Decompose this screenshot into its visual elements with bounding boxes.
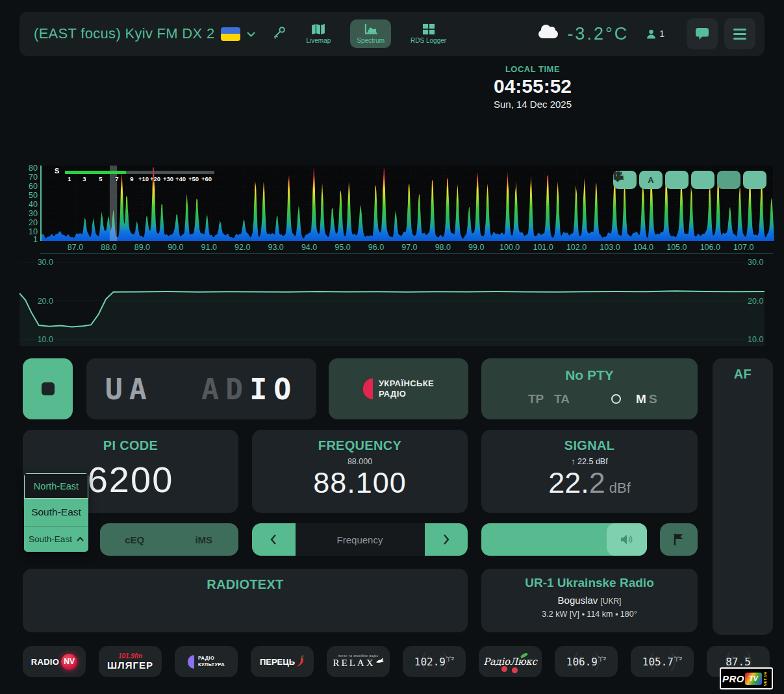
station-logo-ukrainske-radio: УКРАЇНСЬКЕ РАДІО: [329, 358, 468, 419]
station-details: 3.2 kW [V] ▪ 114 km ▪ 180°: [481, 610, 698, 619]
signal-y-tick: 10.0: [30, 335, 53, 344]
nav-spectrum[interactable]: Spectrum: [350, 19, 391, 48]
tune-up-button[interactable]: [425, 523, 468, 556]
ps-char-segment: [153, 372, 201, 406]
temperature: -3.2°C: [567, 24, 629, 44]
autoscale-button[interactable]: A: [639, 171, 663, 189]
ceq-toggle[interactable]: cEQ: [100, 523, 170, 556]
antenna-option-south-east[interactable]: South-East: [24, 499, 88, 526]
spectrum-widget: 80706050403020101 S: [19, 161, 773, 254]
af-list-panel: AF: [713, 358, 773, 635]
station-name: UR-1 Ukrainske Radio: [481, 576, 698, 590]
ps-char-segment: IO: [249, 372, 297, 406]
report-flag-button[interactable]: [660, 523, 698, 556]
frequency-input[interactable]: [296, 523, 425, 556]
spectrum-chart-icon: [364, 23, 378, 35]
y-tick: 1: [19, 235, 38, 244]
station-logo-105.7-mhz[interactable]: 105.7ʺ|ʺ2: [631, 646, 694, 677]
station-logo-radio-lux[interactable]: РадіоЛюкс: [479, 646, 542, 677]
signal-panel: SIGNAL ↑ 22.5 dBf 22.2dBf: [481, 430, 698, 513]
pause-button[interactable]: [717, 171, 740, 189]
signal-y-tick: 30.0: [30, 258, 53, 267]
frequency-logo-text: 102.9: [414, 656, 446, 668]
x-tick: 100.0: [496, 243, 524, 252]
nav-rds-logger[interactable]: RDS Logger: [405, 19, 451, 48]
chevron-down-icon[interactable]: [247, 28, 255, 40]
local-clock: LOCAL TIME 04:55:52 Sun, 14 Dec 2025: [448, 64, 617, 110]
speaker-icon: [620, 534, 634, 545]
clock-label: LOCAL TIME: [448, 64, 617, 74]
frequency-panel: FREQUENCY 88.000 88.100: [252, 430, 468, 513]
stop-icon: [42, 382, 55, 395]
station-logo-radio-relax[interactable]: легке та спокійне радіоRELAX: [327, 646, 390, 677]
station-logo-bar: RADIONV101.9fmШЛЯГЕРРАДІОКУЛЬТУРАПЕРЕЦЬл…: [23, 646, 770, 677]
flag-icon: [673, 533, 685, 546]
x-tick: 91.0: [195, 243, 223, 252]
spectrum-toolbar: A: [613, 171, 766, 189]
y-tick: 50: [19, 191, 38, 200]
volume-slider-thumb[interactable]: [607, 523, 647, 556]
x-tick: 87.0: [61, 243, 90, 252]
signal-y-tick: 10.0: [748, 335, 771, 344]
chevron-right-icon: [443, 534, 449, 545]
user-icon: [646, 29, 657, 40]
menu-button[interactable]: [724, 18, 755, 49]
leaf-icon: [520, 652, 528, 659]
frequency-logo-text: 106.9: [566, 656, 598, 668]
x-tick: 107.0: [729, 243, 758, 252]
tuned-frequency-band: [110, 166, 117, 241]
tv-logo-icon: TV: [745, 673, 762, 685]
station-logo-102.9-mhz[interactable]: 102.9ʺ|ʺ2: [403, 646, 466, 677]
ms-music-flag: M: [636, 392, 646, 406]
kultura-mark: [188, 655, 194, 669]
map-icon: [311, 23, 325, 35]
antenna-select: North-East South-East South-East: [24, 473, 88, 552]
x-tick: 105.0: [663, 243, 691, 252]
x-tick: 106.0: [696, 243, 724, 252]
ukraine-flag-icon: [221, 27, 240, 41]
hamburger-icon: [733, 29, 746, 40]
volume-slider[interactable]: [481, 523, 647, 556]
signal-history-graph: 30.030.020.020.010.010.0: [19, 258, 765, 346]
signal-peak: ↑ 22.5 dBf: [481, 457, 698, 466]
station-location: Boguslav [UKR]: [481, 595, 698, 606]
refresh-button[interactable]: [743, 171, 766, 189]
key-icon[interactable]: [272, 25, 286, 42]
eq-ims-toggle-group: cEQ iMS: [100, 523, 238, 556]
ukrainske-radio-mark: [363, 378, 373, 399]
station-logo-shlyager-101.9[interactable]: 101.9fmШЛЯГЕР: [99, 646, 162, 677]
frequency-logo-text: 87.5: [726, 656, 751, 668]
y-tick: 70: [19, 173, 38, 182]
chat-bubble-icon: [695, 27, 709, 40]
y-tick: 40: [19, 200, 38, 209]
station-logo-106.9-mhz[interactable]: 106.9ʺ|ʺ2: [555, 646, 618, 677]
tune-down-button[interactable]: [252, 523, 296, 556]
antenna-selected[interactable]: South-East: [24, 526, 88, 552]
x-tick: 95.0: [328, 243, 357, 252]
chevron-up-icon: [77, 537, 84, 541]
station-logo-perets-fm[interactable]: ПЕРЕЦЬ: [251, 646, 314, 677]
x-tick: 92.0: [228, 243, 257, 252]
x-tick: 98.0: [429, 243, 457, 252]
ims-toggle[interactable]: iMS: [170, 523, 239, 556]
antenna-option-north-east[interactable]: North-East: [24, 473, 88, 499]
listener-count: 1: [646, 29, 664, 40]
stop-audio-button[interactable]: [23, 358, 73, 419]
chat-button[interactable]: [687, 18, 718, 49]
x-tick: 102.0: [563, 243, 591, 252]
nav-livemap[interactable]: Livemap: [301, 19, 336, 48]
cherry-icon: [512, 667, 518, 673]
station-logo-radio-nv[interactable]: RADIONV: [23, 646, 86, 677]
graph-style-button[interactable]: [691, 171, 714, 189]
ms-speech-flag: S: [649, 392, 657, 406]
clock-date: Sun, 14 Dec 2025: [448, 99, 617, 110]
nv-badge: NV: [61, 654, 77, 670]
vertical-zoom-button[interactable]: [665, 171, 689, 189]
spectrum-chart[interactable]: S 13579+10+20+30+40+50+60 A: [40, 166, 773, 241]
ps-char-segment: UA: [105, 372, 153, 406]
frequency-logo-text: 105.7: [642, 656, 674, 668]
cherry-icon: [501, 666, 507, 672]
station-logo-radio-kultura[interactable]: РАДІОКУЛЬТУРА: [175, 646, 238, 677]
x-tick: 99.0: [462, 243, 490, 252]
station-info-panel: UR-1 Ukrainske Radio Boguslav [UKR] 3.2 …: [481, 569, 698, 632]
